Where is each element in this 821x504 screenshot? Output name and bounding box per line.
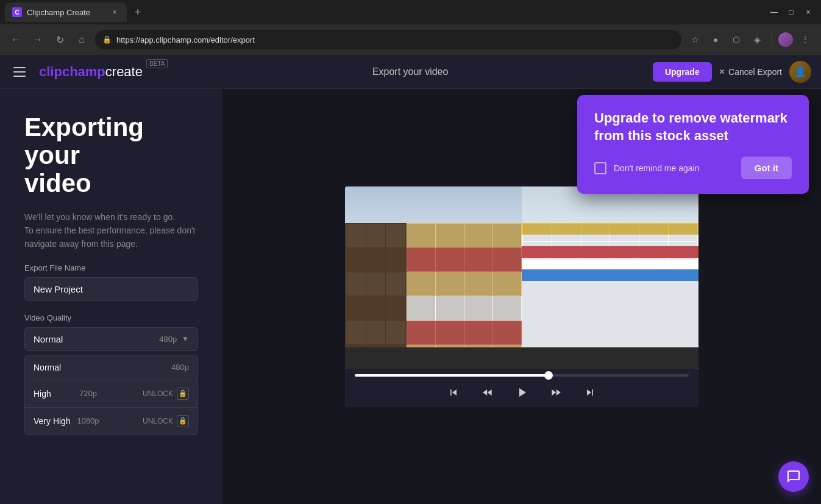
quality-option-normal[interactable]: Normal 480p xyxy=(25,355,197,380)
opt-high-name: High xyxy=(34,389,79,399)
back-button[interactable]: ← xyxy=(7,31,24,48)
skip-start-button[interactable] xyxy=(444,383,463,402)
left-panel: Exporting your video We'll let you know … xyxy=(0,89,222,504)
quality-section: Video Quality Normal 480p ▼ Normal 480p … xyxy=(24,313,198,435)
unlock-vh-label: UNLOCK xyxy=(143,417,173,425)
unlock-high-label: UNLOCK xyxy=(143,389,173,398)
lock-vh-icon: 🔒 xyxy=(177,415,189,427)
page-title: Export your video xyxy=(177,66,643,77)
right-panel: Upgrade to remove watermark from this st… xyxy=(222,89,821,504)
profile-icon-small[interactable] xyxy=(778,32,793,47)
ext1-button[interactable]: ● xyxy=(707,31,724,48)
home-button[interactable]: ⌂ xyxy=(73,31,90,48)
video-progress-fill xyxy=(355,374,549,377)
window-controls: — □ × xyxy=(766,4,816,20)
logo-clipchamp: clipchamp xyxy=(39,64,105,80)
menu-button[interactable]: ⋮ xyxy=(797,31,814,48)
cancel-export-button[interactable]: × Cancel Export xyxy=(719,66,782,77)
quality-selected-res: 480p xyxy=(159,335,177,344)
export-title: Exporting your video xyxy=(24,113,198,198)
tab-favicon: C xyxy=(12,7,22,17)
video-buttons xyxy=(355,383,689,402)
tab-close-btn[interactable]: × xyxy=(110,7,119,17)
toolbar-divider xyxy=(772,34,772,46)
refresh-button[interactable]: ↻ xyxy=(51,31,68,48)
main-content: Exporting your video We'll let you know … xyxy=(0,89,821,504)
opt-high-res: 720p xyxy=(79,389,97,398)
video-controls-bar xyxy=(345,369,698,407)
maximize-btn[interactable]: □ xyxy=(783,4,799,20)
app-logo: clipchampcreate BETA xyxy=(39,64,168,80)
app: clipchampcreate BETA Export your video U… xyxy=(0,55,821,504)
cancel-x-icon: × xyxy=(719,66,725,77)
new-tab-button[interactable]: + xyxy=(129,4,146,21)
forward-button[interactable]: → xyxy=(29,31,46,48)
chat-button[interactable] xyxy=(778,461,809,492)
svg-rect-1 xyxy=(13,71,26,73)
video-preview xyxy=(345,186,698,369)
skip-end-button[interactable] xyxy=(580,383,600,402)
close-btn[interactable]: × xyxy=(800,4,816,20)
upgrade-button[interactable]: Upgrade xyxy=(653,62,712,82)
profile-avatar[interactable]: 👤 xyxy=(789,61,811,83)
tab-title: Clipchamp Create xyxy=(27,8,90,17)
quality-selected-name: Normal xyxy=(34,334,159,344)
opt-vh-name: Very High xyxy=(34,416,77,426)
dont-remind-label: Don't remind me again xyxy=(614,163,734,173)
lock-high-icon: 🔒 xyxy=(177,388,189,400)
browser-toolbar: ← → ↻ ⌂ 🔒 https://app.clipchamp.com/edit… xyxy=(0,24,821,55)
browser-chrome: C Clipchamp Create × + — □ × ← → ↻ ⌂ 🔒 h… xyxy=(0,0,821,55)
ext2-button[interactable]: ⬡ xyxy=(728,31,745,48)
rewind-button[interactable] xyxy=(478,383,497,402)
quality-option-very-high[interactable]: Very High 1080p UNLOCK 🔒 xyxy=(25,408,197,435)
quality-label: Video Quality xyxy=(24,313,198,322)
video-container xyxy=(345,186,698,407)
bookmark-button[interactable]: ☆ xyxy=(686,31,703,48)
fast-forward-button[interactable] xyxy=(546,383,566,402)
got-it-button[interactable]: Got it xyxy=(741,157,792,179)
ext3-button[interactable]: ◈ xyxy=(748,31,766,48)
upgrade-popup: Upgrade to remove watermark from this st… xyxy=(577,95,809,194)
quality-option-high[interactable]: High 720p UNLOCK 🔒 xyxy=(25,380,197,407)
logo-create: create xyxy=(105,64,143,80)
svg-rect-2 xyxy=(13,76,26,77)
opt-normal-name: Normal xyxy=(34,363,171,372)
header-right: Upgrade × Cancel Export 👤 xyxy=(653,61,811,83)
file-name-input[interactable] xyxy=(24,277,198,301)
dropdown-arrow-icon: ▼ xyxy=(182,335,189,343)
file-name-section: Export File Name xyxy=(24,263,198,301)
minimize-btn[interactable]: — xyxy=(766,4,782,20)
active-tab[interactable]: C Clipchamp Create × xyxy=(5,2,127,22)
browser-tabs: C Clipchamp Create × + — □ × xyxy=(0,0,821,24)
svg-rect-0 xyxy=(13,67,26,68)
opt-normal-res: 480p xyxy=(171,363,189,372)
address-bar[interactable]: 🔒 https://app.clipchamp.com/editor/expor… xyxy=(95,30,681,49)
cancel-label: Cancel Export xyxy=(728,67,782,77)
quality-dropdown: Normal 480p High 720p UNLOCK 🔒 Very High xyxy=(24,355,198,435)
lock-icon: 🔒 xyxy=(102,35,112,44)
export-description: We'll let you know when it's ready to go… xyxy=(24,210,198,251)
opt-vh-res: 1080p xyxy=(77,416,99,425)
hamburger-button[interactable] xyxy=(10,62,29,82)
file-name-label: Export File Name xyxy=(24,263,198,272)
popup-title: Upgrade to remove watermark from this st… xyxy=(594,110,792,144)
logo-beta: BETA xyxy=(146,59,168,68)
address-text: https://app.clipchamp.com/editor/export xyxy=(116,35,255,44)
video-progress-thumb[interactable] xyxy=(544,371,553,380)
popup-footer: Don't remind me again Got it xyxy=(594,157,792,179)
dont-remind-checkbox[interactable] xyxy=(594,162,606,174)
quality-select[interactable]: Normal 480p ▼ xyxy=(24,327,198,351)
app-header: clipchampcreate BETA Export your video U… xyxy=(0,55,821,89)
video-progress-bar[interactable] xyxy=(355,374,689,377)
play-button[interactable] xyxy=(512,383,531,402)
toolbar-right: ☆ ● ⬡ ◈ ⋮ xyxy=(686,31,814,48)
